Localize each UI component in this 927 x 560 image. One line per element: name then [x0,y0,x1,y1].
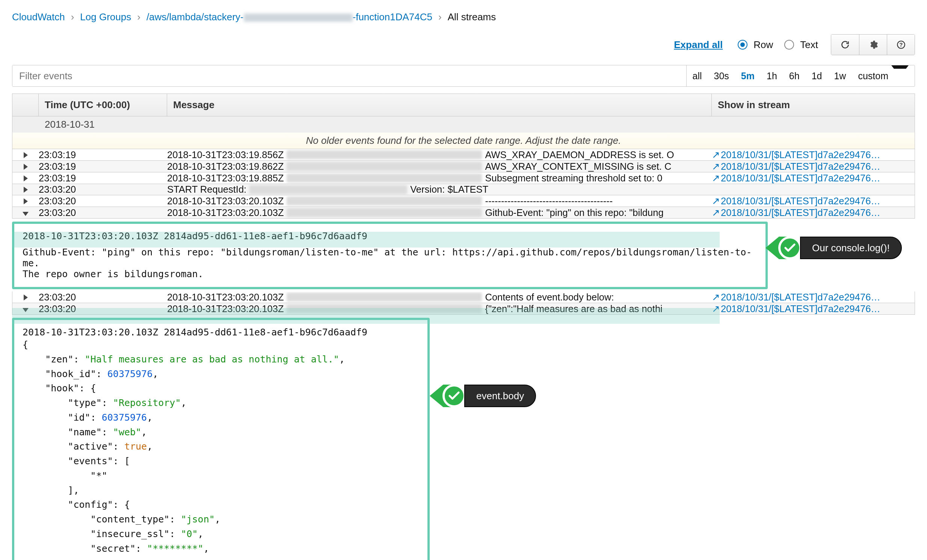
expand-toggle[interactable] [12,304,39,314]
annotation-callout: event.body [430,385,536,407]
log-row[interactable]: 23:03:192018-10-31T23:03:19.856ZAWS_XRAY… [12,149,915,161]
redacted-text [287,208,482,217]
stream-link[interactable]: ↗2018/10/31/[$LATEST]d7a2e29476… [712,161,880,171]
redacted-text [287,304,482,313]
breadcrumb-cloudwatch[interactable]: CloudWatch [12,11,65,23]
breadcrumb-lambda-group[interactable]: /aws/lambda/stackery--function1DA74C5 [146,11,432,23]
redacted-text [287,293,482,302]
log-message: 2018-10-31T23:03:20.103Z----------------… [167,196,712,206]
callout-label: event.body [464,385,536,407]
expanded-json-detail: 2018-10-31T23:03:20.103Z 2814ad95-dd61-1… [12,318,430,560]
view-text-radio[interactable] [784,40,794,50]
stream-link[interactable]: ↗2018/10/31/[$LATEST]d7a2e29476… [712,149,880,160]
log-row[interactable]: 23:03:20START RequestId:Version: $LATEST [12,184,915,195]
redacted-text [287,162,482,171]
stream-link[interactable]: ↗2018/10/31/[$LATEST]d7a2e29476… [712,292,880,302]
external-link-icon: ↗ [712,161,720,171]
view-row-radio[interactable] [738,40,748,50]
expand-toggle[interactable] [12,173,39,184]
toolbar-button-group: ? [831,34,915,55]
log-row[interactable]: 23:03:202018-10-31T23:03:20.103ZGithub-E… [12,207,915,219]
log-row[interactable]: 23:03:202018-10-31T23:03:20.103Z--------… [12,195,915,207]
refresh-icon [840,40,850,50]
no-older-events-banner: No older events found for the selected d… [12,133,915,149]
detail-header-line: 2018-10-31T23:03:20.103Z 2814ad95-dd61-1… [23,327,419,338]
log-table-header: Time (UTC +00:00) Message Show in stream [12,94,915,116]
log-time: 23:03:19 [39,173,167,184]
log-stream-cell: ↗2018/10/31/[$LATEST]d7a2e29476… [712,303,915,314]
log-stream-cell: ↗2018/10/31/[$LATEST]d7a2e29476… [712,172,915,184]
col-time[interactable]: Time (UTC +00:00) [39,94,167,116]
time-range-picker: all30s5m1h6h1d1wcustom [686,65,915,87]
redacted-text [244,14,353,22]
expand-toggle[interactable] [12,149,39,160]
redacted-text [287,196,482,205]
view-text-label: Text [800,39,818,51]
annotation-callout: Our console.log()! [766,237,902,259]
log-stream-cell: ↗2018/10/31/[$LATEST]d7a2e29476… [712,291,915,303]
log-time: 23:03:20 [39,304,167,314]
time-range-option-1h[interactable]: 1h [761,65,783,87]
col-stream[interactable]: Show in stream [712,94,915,116]
callout-arrow-icon [766,237,779,259]
caret-down-icon [23,308,29,312]
expand-all-link[interactable]: Expand all [674,39,723,51]
breadcrumb: CloudWatch › Log Groups › /aws/lambda/st… [12,11,915,23]
log-message: 2018-10-31T23:03:20.103Z{"zen":"Half mea… [167,304,712,314]
time-range-option-30s[interactable]: 30s [708,65,735,87]
breadcrumb-current: All streams [448,11,496,23]
redacted-text [287,150,482,159]
stream-link[interactable]: ↗2018/10/31/[$LATEST]d7a2e29476… [712,196,880,206]
gear-icon [868,40,878,50]
detail-line: The repo owner is bildungsroman. [23,269,757,279]
expand-toggle[interactable] [12,184,39,195]
time-range-option-all[interactable]: all [687,65,708,87]
log-time: 23:03:20 [39,207,167,218]
expand-toggle[interactable] [12,207,39,218]
time-range-option-1w[interactable]: 1w [828,65,852,87]
time-range-option-5m[interactable]: 5m [735,65,761,87]
breadcrumb-log-groups[interactable]: Log Groups [80,11,131,23]
date-group-row: 2018-10-31 [12,116,915,133]
detail-line: Github-Event: "ping" on this repo: "bild… [23,247,757,269]
log-time: 23:03:19 [39,149,167,160]
log-message: 2018-10-31T23:03:20.103ZContents of even… [167,292,712,303]
log-time: 23:03:20 [39,292,167,303]
log-stream-cell: ↗2018/10/31/[$LATEST]d7a2e29476… [712,195,915,206]
expand-toggle[interactable] [12,161,39,172]
stream-link[interactable]: ↗2018/10/31/[$LATEST]d7a2e29476… [712,207,880,218]
log-row[interactable]: 23:03:202018-10-31T23:03:20.103Z{"zen":"… [12,303,915,315]
view-toolbar: Expand all Row Text ? [12,34,915,55]
refresh-button[interactable] [831,35,859,55]
json-body: { "zen": "Half measures are as bad as no… [23,338,419,556]
log-time: 23:03:20 [39,184,167,195]
chevron-right-icon: › [137,11,140,23]
log-row[interactable]: 23:03:192018-10-31T23:03:19.862ZAWS_XRAY… [12,161,915,172]
callout-label: Our console.log()! [800,237,902,259]
log-row[interactable]: 23:03:192018-10-31T23:03:19.885ZSubsegme… [12,172,915,184]
col-message[interactable]: Message [167,94,712,116]
checkmark-icon [442,384,466,408]
time-range-option-1d[interactable]: 1d [806,65,828,87]
log-message: 2018-10-31T23:03:19.885ZSubsegment strea… [167,173,712,184]
caret-right-icon [24,152,28,158]
view-row-label: Row [754,39,773,51]
filter-events-input[interactable] [12,65,686,87]
log-message: 2018-10-31T23:03:20.103ZGithub-Event: "p… [167,207,712,218]
stream-link[interactable]: ↗2018/10/31/[$LATEST]d7a2e29476… [712,304,880,314]
time-range-option-custom[interactable]: custom [852,65,915,87]
chevron-right-icon: › [71,11,74,23]
log-stream-cell: ↗2018/10/31/[$LATEST]d7a2e29476… [712,149,915,160]
help-button[interactable]: ? [887,35,915,55]
log-rows-group-1: 23:03:192018-10-31T23:03:19.856ZAWS_XRAY… [12,149,915,219]
expand-toggle[interactable] [12,196,39,206]
stream-link[interactable]: ↗2018/10/31/[$LATEST]d7a2e29476… [712,173,880,183]
log-row[interactable]: 23:03:202018-10-31T23:03:20.103ZContents… [12,291,915,303]
expand-toggle[interactable] [12,292,39,303]
log-message: START RequestId:Version: $LATEST [167,184,712,195]
log-message: 2018-10-31T23:03:19.856ZAWS_XRAY_DAEMON_… [167,149,712,160]
time-range-option-6h[interactable]: 6h [783,65,806,87]
expanded-log-detail: 2018-10-31T23:03:20.103Z 2814ad95-dd61-1… [12,222,768,289]
settings-button[interactable] [859,35,887,55]
callout-arrow-icon [430,385,443,407]
